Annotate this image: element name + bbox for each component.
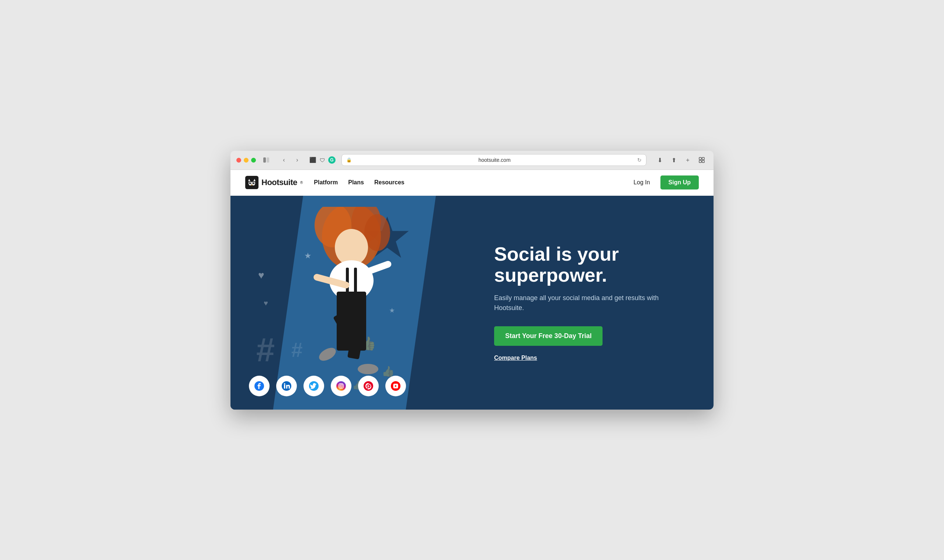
svg-rect-6 <box>245 176 259 189</box>
extension-icons: ⬛ 🛡 G <box>309 156 336 164</box>
svg-rect-0 <box>263 157 266 163</box>
nav-platform[interactable]: Platform <box>314 179 338 186</box>
nav-links: Platform Plans Resources <box>314 179 404 186</box>
youtube-icon[interactable] <box>385 376 406 396</box>
svg-rect-4 <box>699 160 701 163</box>
traffic-lights <box>236 158 256 163</box>
hero-headline: Social is your superpower. <box>494 244 684 286</box>
extension-icon-2[interactable]: 🛡 <box>319 156 326 164</box>
title-bar: ‹ › ⬛ 🛡 G 🔒 hootsuite.com ↻ ⬇ ⬆ ＋ <box>231 151 713 170</box>
extension-icon-3[interactable]: G <box>328 156 336 164</box>
svg-rect-2 <box>699 157 701 160</box>
hero-section: ♥ ♥ ★ ★ 👍 👍 👍 # # <box>231 196 713 409</box>
hootsuite-owl-icon <box>245 176 259 189</box>
instagram-icon[interactable] <box>331 376 351 396</box>
svg-point-22 <box>364 214 390 251</box>
svg-point-10 <box>253 182 254 184</box>
browser-window: ‹ › ⬛ 🛡 G 🔒 hootsuite.com ↻ ⬇ ⬆ ＋ <box>231 151 713 409</box>
navbar: Hootsuite® Platform Plans Resources Log … <box>231 170 713 196</box>
svg-point-11 <box>250 183 251 183</box>
linkedin-icon[interactable] <box>276 376 297 396</box>
address-bar[interactable]: 🔒 hootsuite.com ↻ <box>342 154 647 166</box>
maximize-button[interactable] <box>251 158 256 163</box>
back-button[interactable]: ‹ <box>278 154 290 166</box>
nav-resources[interactable]: Resources <box>374 179 405 186</box>
svg-point-31 <box>317 345 338 363</box>
facebook-icon[interactable] <box>249 376 269 396</box>
website-content: Hootsuite® Platform Plans Resources Log … <box>231 170 713 409</box>
sidebar-toggle-button[interactable] <box>260 154 272 166</box>
refresh-button[interactable]: ↻ <box>637 157 642 163</box>
toolbar-right: ⬇ ⬆ ＋ <box>654 154 708 166</box>
logo-text: Hootsuite <box>262 178 297 187</box>
svg-rect-3 <box>702 157 704 160</box>
new-tab-button[interactable]: ＋ <box>682 154 694 166</box>
nav-right: Log In Sign Up <box>629 175 699 189</box>
url-display: hootsuite.com <box>355 157 634 163</box>
share-button[interactable]: ⬆ <box>668 154 680 166</box>
pinterest-icon[interactable] <box>358 376 379 396</box>
logo-registered: ® <box>300 181 303 185</box>
twitter-icon[interactable] <box>303 376 324 396</box>
hero-person <box>293 200 410 376</box>
hero-subtext: Easily manage all your social media and … <box>494 293 684 313</box>
nav-plans[interactable]: Plans <box>348 179 364 186</box>
svg-point-12 <box>253 183 254 183</box>
minimize-button[interactable] <box>244 158 248 163</box>
svg-point-32 <box>358 364 378 374</box>
social-icons-row <box>249 376 406 396</box>
svg-rect-37 <box>284 385 285 389</box>
trial-button[interactable]: Start Your Free 30-Day Trial <box>494 326 602 346</box>
svg-point-40 <box>336 381 346 391</box>
extension-icon-1[interactable]: ⬛ <box>309 156 316 164</box>
hero-right: Social is your superpower. Easily manage… <box>472 196 713 409</box>
signup-button[interactable]: Sign Up <box>661 175 699 189</box>
login-button[interactable]: Log In <box>629 176 654 189</box>
svg-point-43 <box>342 384 343 385</box>
forward-button[interactable]: › <box>291 154 303 166</box>
lock-icon: 🔒 <box>346 157 352 163</box>
svg-rect-5 <box>702 160 704 163</box>
downloads-button[interactable]: ⬇ <box>654 154 665 166</box>
svg-point-9 <box>249 182 251 184</box>
close-button[interactable] <box>236 158 241 163</box>
logo-link[interactable]: Hootsuite® <box>245 176 303 189</box>
tabs-overview-button[interactable] <box>696 154 708 166</box>
svg-point-38 <box>284 383 285 385</box>
browser-controls: ‹ › <box>278 154 303 166</box>
svg-rect-1 <box>266 157 269 163</box>
compare-plans-link[interactable]: Compare Plans <box>494 355 684 361</box>
